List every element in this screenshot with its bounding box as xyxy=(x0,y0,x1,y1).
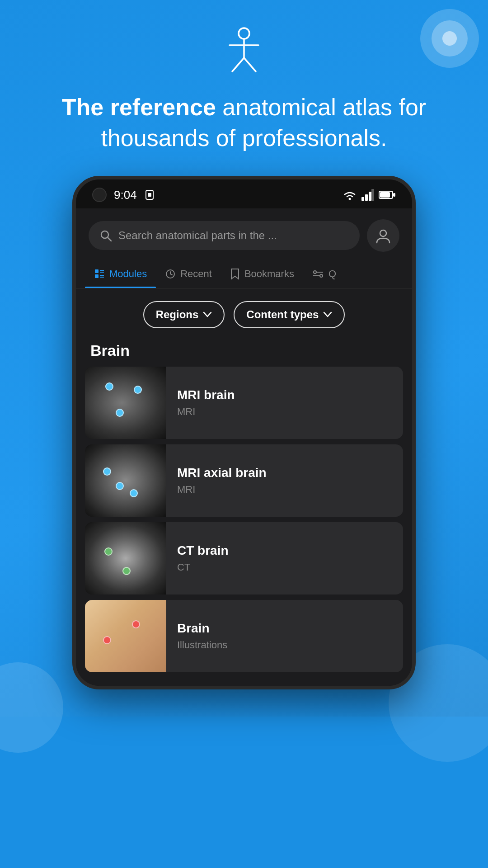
item-info: MRI axial brain MRI xyxy=(166,444,403,517)
list-item[interactable]: MRI axial brain MRI xyxy=(85,444,403,517)
pin-dot xyxy=(130,489,138,497)
status-left: 9:04 xyxy=(92,188,157,202)
camera-dot xyxy=(92,188,107,202)
tab-filter[interactable]: Q xyxy=(303,259,345,288)
pin-dot xyxy=(116,482,124,490)
regions-filter-button[interactable]: Regions xyxy=(143,301,225,328)
signal-icon xyxy=(361,189,374,201)
tab-bookmarks-label: Bookmarks xyxy=(244,268,294,280)
section-title: Brain xyxy=(76,337,412,367)
item-subtitle: Illustrations xyxy=(177,639,392,651)
item-subtitle: MRI xyxy=(177,484,392,495)
modules-icon xyxy=(94,269,105,279)
svg-rect-21 xyxy=(95,274,99,278)
pin-dot xyxy=(122,567,131,575)
svg-line-16 xyxy=(108,237,111,241)
pin-dot xyxy=(103,636,111,644)
user-profile-button[interactable] xyxy=(367,219,399,252)
illustration-brain-image xyxy=(85,600,166,672)
wifi-icon xyxy=(343,189,357,201)
pin-dot xyxy=(105,382,113,391)
item-title: MRI axial brain xyxy=(177,466,392,480)
pin-dot xyxy=(104,547,113,556)
content-types-chevron-icon xyxy=(323,311,332,318)
search-bar[interactable]: Search anatomical parts in the ... xyxy=(89,221,360,250)
filter-icon xyxy=(312,269,324,279)
tab-modules[interactable]: Modules xyxy=(85,259,156,288)
status-right xyxy=(343,189,396,201)
tab-filter-label: Q xyxy=(328,268,336,280)
recent-icon xyxy=(165,269,176,279)
item-info: Brain Illustrations xyxy=(166,600,403,672)
item-title: CT brain xyxy=(177,543,392,558)
deco-circle-inner xyxy=(432,20,468,57)
item-title: Brain xyxy=(177,621,392,636)
tab-modules-label: Modules xyxy=(109,268,147,280)
item-info: CT brain CT xyxy=(166,522,403,594)
item-title: MRI brain xyxy=(177,388,392,402)
svg-rect-18 xyxy=(95,269,99,273)
svg-point-0 xyxy=(239,28,249,39)
svg-line-4 xyxy=(244,58,256,71)
svg-rect-8 xyxy=(361,197,364,201)
svg-point-26 xyxy=(320,274,323,277)
svg-line-3 xyxy=(232,58,244,71)
item-subtitle: MRI xyxy=(177,406,392,418)
item-thumbnail-mri-brain xyxy=(85,367,166,439)
svg-rect-9 xyxy=(365,194,368,201)
svg-rect-14 xyxy=(393,193,395,197)
hero-icon xyxy=(18,27,470,79)
item-thumbnail-ct-brain xyxy=(85,522,166,594)
item-thumbnail-brain-illus xyxy=(85,600,166,672)
status-bar: 9:04 xyxy=(76,179,412,208)
tab-bar: Modules Recent Bookmarks xyxy=(76,259,412,288)
filter-buttons: Regions Content types xyxy=(76,288,412,337)
regions-chevron-icon xyxy=(203,311,212,318)
deco-circle-top-right xyxy=(420,9,479,68)
pin-dot xyxy=(134,386,142,394)
item-info: MRI brain MRI xyxy=(166,367,403,439)
hero-title-bold: The reference xyxy=(62,94,216,120)
regions-filter-label: Regions xyxy=(156,308,199,321)
item-subtitle: CT xyxy=(177,561,392,573)
search-area: Search anatomical parts in the ... xyxy=(76,208,412,259)
phone-content: Search anatomical parts in the ... xyxy=(76,208,412,686)
phone-mockup: 9:04 xyxy=(18,176,470,689)
content-types-filter-button[interactable]: Content types xyxy=(234,301,345,328)
svg-rect-6 xyxy=(148,193,151,197)
content-list: MRI brain MRI xyxy=(76,367,412,672)
mri-sagittal-image xyxy=(85,367,166,439)
svg-point-7 xyxy=(349,198,351,200)
search-placeholder: Search anatomical parts in the ... xyxy=(118,229,277,242)
svg-point-25 xyxy=(314,271,316,274)
mri-axial-image xyxy=(85,444,166,517)
pin-dot xyxy=(116,409,124,417)
svg-rect-10 xyxy=(369,192,371,201)
list-item[interactable]: CT brain CT xyxy=(85,522,403,594)
sim-icon xyxy=(144,189,157,200)
deco-circle-dot xyxy=(442,31,457,46)
list-item[interactable]: Brain Illustrations xyxy=(85,600,403,672)
item-thumbnail-mri-axial xyxy=(85,444,166,517)
tab-recent-label: Recent xyxy=(180,268,212,280)
svg-rect-11 xyxy=(371,189,374,201)
search-icon xyxy=(99,229,112,242)
battery-icon xyxy=(379,190,396,200)
bookmarks-icon xyxy=(230,268,240,280)
pin-dot xyxy=(132,620,140,628)
content-types-filter-label: Content types xyxy=(246,308,319,321)
user-icon xyxy=(375,227,391,244)
svg-rect-13 xyxy=(380,192,390,198)
svg-point-17 xyxy=(380,230,386,236)
phone-body: 9:04 xyxy=(72,176,416,689)
tab-bookmarks[interactable]: Bookmarks xyxy=(221,259,303,288)
pin-dot xyxy=(103,467,111,476)
list-item[interactable]: MRI brain MRI xyxy=(85,367,403,439)
status-time: 9:04 xyxy=(114,188,137,202)
anatomical-figure-icon xyxy=(221,27,267,77)
hero-section: The reference anatomical atlas for thous… xyxy=(0,0,488,717)
hero-title: The reference anatomical atlas for thous… xyxy=(18,92,470,153)
ct-brain-image xyxy=(85,522,166,594)
tab-recent[interactable]: Recent xyxy=(156,259,221,288)
